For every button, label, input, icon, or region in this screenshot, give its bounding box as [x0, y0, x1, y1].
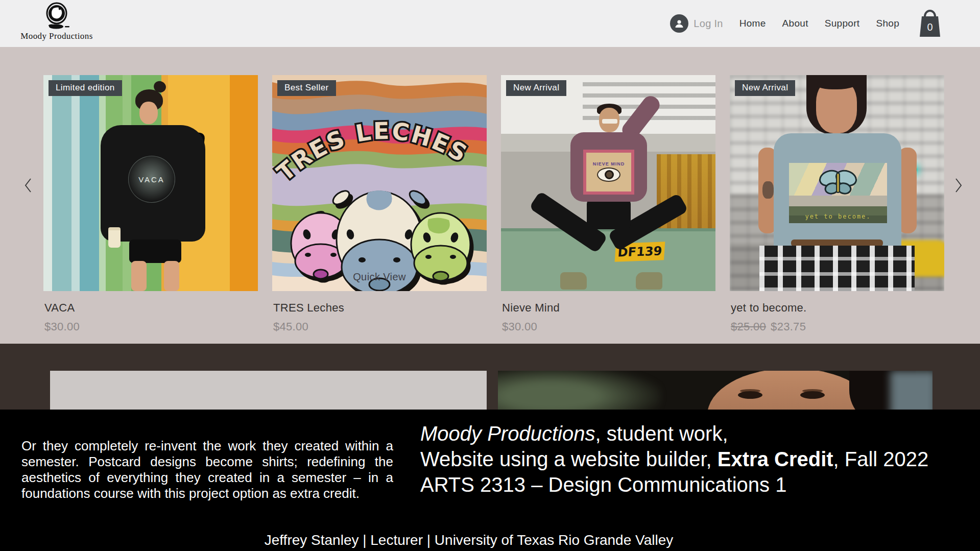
- login-button[interactable]: Log In: [670, 14, 723, 33]
- price-value: $30.00: [44, 320, 80, 333]
- caption-overlay: Or they completely re-invent the work th…: [0, 410, 980, 551]
- heading-line-1: Moody Productions, student work,: [420, 421, 978, 446]
- eye-graphic: [597, 167, 620, 182]
- shorts-shape: [129, 239, 181, 263]
- boot-shape: [560, 272, 587, 290]
- cow-green: [411, 211, 470, 281]
- moth-tattoo-shape: [762, 181, 774, 199]
- credit-line: Jeffrey Stanley | Lecturer | University …: [0, 532, 938, 548]
- nav-item-about[interactable]: About: [782, 18, 808, 29]
- product-name[interactable]: yet to become.: [731, 301, 944, 315]
- quick-view-button[interactable]: Quick View: [272, 271, 487, 283]
- price-value: $30.00: [502, 320, 537, 333]
- product-name[interactable]: Nieve Mind: [502, 301, 715, 315]
- eye-shape: [800, 391, 825, 399]
- tshirt-shape: yet to become.: [774, 133, 901, 247]
- car-window-shape: [890, 371, 933, 410]
- caption-paragraph: Or they completely re-invent the work th…: [21, 438, 393, 501]
- product-name[interactable]: TRES Leches: [273, 301, 487, 315]
- product-image-yet-to-become[interactable]: yet to become. New Arrival: [730, 75, 944, 291]
- product-price: $30.00: [44, 320, 258, 333]
- product-carousel: VACA Limited edition VACA $30.00: [0, 47, 980, 344]
- site-header: Moody Productions Log In Home About Supp…: [0, 0, 980, 47]
- product-card-yet-to-become: yet to become. New Arrival yet to become…: [730, 75, 944, 333]
- tshirt-graphic-text: yet to become.: [789, 213, 887, 220]
- product-name[interactable]: VACA: [44, 301, 258, 315]
- cart-count: 0: [918, 21, 942, 33]
- heading-line-2: Website using a website builder, Extra C…: [420, 446, 978, 472]
- avatar-icon: [670, 14, 688, 33]
- heading-line2-post: , Fall 2022: [833, 448, 929, 470]
- gallery-image-postcard[interactable]: [50, 371, 487, 410]
- heading-line2-pre: Website using a website builder,: [420, 448, 718, 470]
- chevron-right-icon: [954, 178, 963, 193]
- carousel-next-button[interactable]: [950, 176, 967, 196]
- product-card-vaca: VACA Limited edition VACA $30.00: [43, 75, 258, 333]
- product-badge: New Arrival: [735, 80, 795, 96]
- boot-shape: [636, 272, 662, 290]
- brand-logo[interactable]: Moody Productions: [18, 2, 95, 41]
- nav-item-support[interactable]: Support: [825, 18, 860, 29]
- city-scene-art: yet to become.: [730, 75, 944, 291]
- nav-item-shop[interactable]: Shop: [876, 18, 899, 29]
- product-badge: Best Seller: [277, 80, 336, 96]
- dumpster-shape: [501, 228, 715, 291]
- car-window-shape: [498, 371, 661, 410]
- tshirt-graphic: yet to become.: [789, 163, 887, 223]
- product-badge: Limited edition: [49, 80, 122, 96]
- carousel-prev-button[interactable]: [19, 176, 37, 196]
- eye-shape: [738, 391, 762, 399]
- heading-line-3: ARTS 2313 – Design Communications 1: [420, 472, 978, 497]
- product-card-nieve-mind: DF139 NIEVE MIND New Arriv: [501, 75, 715, 333]
- cart-button[interactable]: 0: [918, 8, 942, 39]
- sunglasses-shape: [602, 119, 617, 124]
- leg-shape: [131, 261, 147, 291]
- product-price: $45.00: [273, 320, 487, 333]
- striped-wall-art: VACA: [43, 75, 258, 291]
- gallery-strip: [0, 344, 980, 410]
- leg-shape: [164, 261, 179, 291]
- caption-heading: Moody Productions, student work, Website…: [420, 421, 978, 497]
- face-shape: [139, 102, 158, 124]
- chevron-left-icon: [24, 178, 32, 193]
- heading-extra-credit: Extra Credit: [718, 448, 833, 470]
- hip-shape: [587, 199, 631, 229]
- product-image-nieve-mind[interactable]: DF139 NIEVE MIND New Arriv: [501, 75, 715, 291]
- price-value: $23.75: [771, 320, 806, 333]
- cow-logo-icon: [40, 2, 73, 31]
- product-image-tres-leches[interactable]: TRES LECHES Best Seller Quick View: [272, 75, 487, 291]
- nav-item-home[interactable]: Home: [739, 18, 766, 29]
- hoodie-graphic-text-top: NIEVE MIND: [591, 161, 627, 166]
- old-price-value: $25.00: [731, 320, 766, 333]
- plaid-skirt-shape: [759, 246, 915, 291]
- butterfly-icon: [819, 169, 857, 197]
- heading-brand: Moody Productions: [420, 422, 595, 445]
- hoodie-graphic: NIEVE MIND: [583, 150, 634, 195]
- brand-name: Moody Productions: [18, 31, 95, 41]
- page: Moody Productions Log In Home About Supp…: [0, 0, 980, 551]
- product-price: $25.00$23.75: [731, 320, 944, 333]
- product-badge: New Arrival: [506, 80, 566, 96]
- product-card-tres-leches: TRES LECHES Best Seller Quick View TRES …: [272, 75, 487, 333]
- tres-leches-artwork: TRES LECHES: [272, 75, 487, 291]
- hoodie-logo: VACA: [128, 156, 175, 203]
- main-nav: Log In Home About Support Shop 0: [670, 0, 942, 47]
- concrete-scene-art: DF139 NIEVE MIND: [501, 75, 715, 291]
- price-value: $45.00: [273, 320, 308, 333]
- product-image-vaca[interactable]: VACA Limited edition: [43, 75, 258, 291]
- coffee-cup-shape: [108, 227, 121, 248]
- login-label: Log In: [694, 18, 723, 30]
- hoodie-logo-text: VACA: [138, 175, 165, 184]
- product-price: $30.00: [502, 320, 715, 333]
- gallery-image-car-portrait[interactable]: [498, 371, 933, 410]
- heading-line1-rest: , student work,: [595, 422, 728, 445]
